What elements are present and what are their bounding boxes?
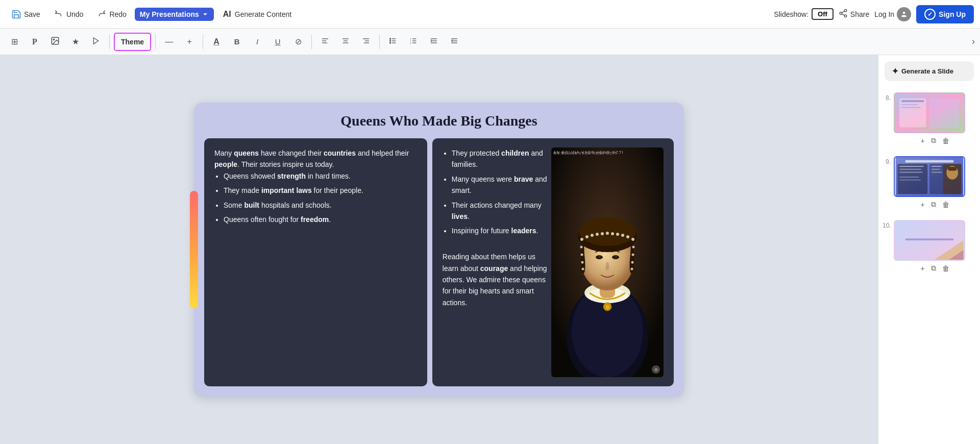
svg-point-22 — [390, 40, 391, 41]
undo-label: Undo — [66, 10, 83, 18]
svg-point-0 — [844, 10, 847, 12]
align-left-icon — [321, 37, 329, 47]
slide-intro: Many queens have changed their countries… — [214, 147, 417, 170]
list-item: Many queens were brave and smart. — [452, 174, 547, 196]
thumb-add-9[interactable]: + — [918, 199, 926, 210]
list-item: Queens often fought for freedom. — [224, 214, 417, 225]
svg-rect-78 — [901, 104, 918, 105]
expand-toolbar-button[interactable]: › — [972, 36, 975, 47]
thumb-container-9: + ⧉ 🗑 — [894, 156, 976, 210]
strikethrough-button[interactable]: ⊘ — [289, 33, 307, 51]
slide-title: Queens Who Made Big Changes — [204, 113, 674, 129]
my-presentations-button[interactable]: My Presentations — [135, 8, 214, 21]
svg-point-67 — [582, 268, 584, 270]
slide-thumbnail-8[interactable] — [894, 92, 965, 133]
align-center-icon — [341, 37, 350, 47]
select-tool-button[interactable]: ⊞ — [5, 33, 23, 51]
svg-marker-8 — [93, 38, 98, 44]
underline-button[interactable]: U — [268, 33, 287, 51]
numbered-list-button[interactable]: 123 — [404, 33, 423, 51]
portrait-svg: AN·BOLINA·VXOR·HENR·OCTI B — [551, 147, 664, 377]
outdent-button[interactable] — [445, 33, 463, 51]
slide-num-9: 9. — [883, 158, 891, 165]
svg-text:B: B — [606, 305, 609, 310]
slide-thumb-section-9: 9. — [878, 151, 980, 215]
divider-5 — [379, 35, 380, 49]
align-center-button[interactable] — [336, 33, 355, 51]
slide-thumbnail-9[interactable] — [894, 156, 965, 197]
secondary-toolbar: ⊞ P ★ Theme — + A B I U ⊘ — [0, 29, 980, 55]
thumb-container-8: + ⧉ 🗑 — [894, 92, 976, 146]
outdent-icon — [450, 37, 458, 47]
list-item: Some built hospitals and schools. — [224, 200, 417, 211]
align-right-button[interactable] — [357, 33, 375, 51]
thumb-add-8[interactable]: + — [918, 135, 926, 146]
list-item: Their actions changed many lives. — [452, 200, 547, 223]
svg-point-58 — [606, 232, 609, 235]
slide-thumb-row-9[interactable]: 9. — [878, 153, 980, 213]
svg-rect-77 — [901, 100, 924, 102]
thumb-delete-8[interactable]: 🗑 — [940, 135, 951, 146]
italic-button[interactable]: I — [248, 33, 266, 51]
signup-button[interactable]: ✓ Sign Up — [916, 5, 974, 23]
list-item: They made important laws for their peopl… — [224, 185, 417, 196]
numbered-list-icon: 123 — [409, 37, 418, 47]
svg-rect-79 — [901, 107, 921, 108]
redo-button[interactable]: Redo — [91, 7, 131, 22]
share-button[interactable]: Share — [839, 9, 869, 19]
theme-button[interactable]: Theme — [114, 33, 151, 51]
svg-rect-82 — [897, 164, 927, 194]
svg-point-71 — [631, 268, 633, 270]
generate-content-button[interactable]: AI Generate Content — [217, 7, 297, 22]
text-tool-button[interactable]: P — [26, 33, 44, 51]
svg-point-7 — [53, 39, 54, 40]
bullet-list-button[interactable] — [384, 33, 402, 51]
checkmark-icon: ✓ — [924, 9, 936, 20]
text-icon: P — [32, 37, 37, 46]
star-tool-button[interactable]: ★ — [66, 33, 85, 51]
main-area: Queens Who Made Big Changes Many queens … — [0, 55, 980, 444]
undo-icon — [54, 9, 64, 19]
save-icon — [11, 9, 21, 19]
bold-icon: B — [234, 37, 240, 46]
slide-thumb-row-10[interactable]: 10. — [878, 217, 980, 277]
image-tool-button[interactable] — [46, 33, 64, 51]
slide-thumb-row-8[interactable]: 8. — [878, 89, 980, 149]
thumb-container-10: + ⧉ 🗑 — [894, 220, 976, 274]
svg-rect-87 — [899, 177, 919, 178]
plus-button[interactable]: + — [180, 33, 199, 51]
slide[interactable]: Queens Who Made Big Changes Many queens … — [194, 103, 684, 397]
thumb-duplicate-9[interactable]: ⧉ — [929, 199, 938, 210]
minus-button[interactable]: — — [160, 33, 178, 51]
media-tool-button[interactable] — [87, 33, 105, 51]
svg-rect-92 — [932, 166, 941, 167]
italic-icon: I — [256, 37, 258, 46]
save-button[interactable]: Save — [6, 7, 45, 22]
svg-point-60 — [616, 233, 619, 236]
undo-button[interactable]: Undo — [48, 7, 88, 22]
thumb-add-10[interactable]: + — [918, 263, 926, 274]
right-sidebar: ✦ Generate a Slide 8. — [878, 55, 980, 444]
slideshow-toggle[interactable]: Off — [812, 8, 834, 20]
bold-button[interactable]: B — [228, 33, 246, 51]
align-left-button[interactable] — [316, 33, 334, 51]
svg-point-21 — [390, 38, 391, 39]
generate-slide-button[interactable]: ✦ Generate a Slide — [885, 61, 974, 81]
plus-icon: + — [187, 37, 191, 46]
indent-button[interactable] — [425, 33, 443, 51]
my-presentations-label: My Presentations — [140, 10, 199, 18]
font-color-button[interactable]: A — [207, 33, 226, 51]
portrait-background: AN·BOLINA·VXOR·HENR·OCTI — [551, 147, 664, 377]
svg-point-54 — [585, 235, 589, 238]
svg-point-2 — [844, 15, 847, 17]
thumb-duplicate-8[interactable]: ⧉ — [929, 135, 938, 146]
slideshow-group: Slideshow: Off — [774, 8, 833, 20]
slide-thumbnail-10[interactable] — [894, 220, 965, 261]
thumb-delete-10[interactable]: 🗑 — [940, 263, 951, 274]
divider-3 — [203, 35, 203, 49]
theme-label: Theme — [121, 38, 144, 46]
login-button[interactable]: Log In — [874, 7, 911, 21]
divider-2 — [155, 35, 156, 49]
thumb-delete-9[interactable]: 🗑 — [940, 199, 951, 210]
thumb-duplicate-10[interactable]: ⧉ — [929, 263, 938, 274]
